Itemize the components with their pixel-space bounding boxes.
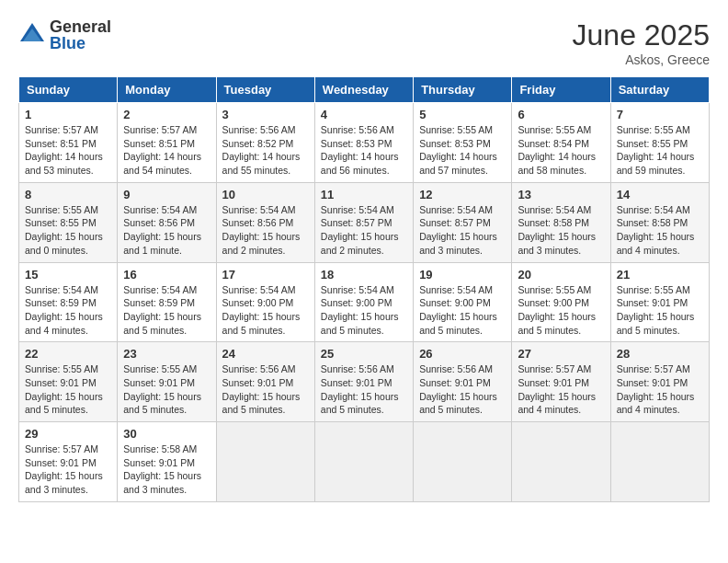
calendar-week-row: 29 Sunrise: 5:57 AM Sunset: 9:01 PM Dayl…: [19, 422, 710, 502]
sunset-label: Sunset: 9:01 PM: [25, 377, 97, 388]
sunrise-label: Sunrise: 5:54 AM: [518, 204, 591, 215]
day-number: 10: [222, 188, 309, 201]
day-number: 16: [123, 268, 210, 282]
calendar-day-cell: 21 Sunrise: 5:55 AM Sunset: 9:01 PM Dayl…: [610, 262, 709, 342]
sunrise-label: Sunrise: 5:57 AM: [617, 363, 690, 374]
day-info: Sunrise: 5:54 AM Sunset: 8:57 PM Dayligh…: [321, 203, 407, 258]
col-wednesday: Wednesday: [314, 77, 413, 103]
calendar-week-row: 22 Sunrise: 5:55 AM Sunset: 9:01 PM Dayl…: [19, 342, 710, 422]
day-number: 12: [419, 188, 506, 201]
sunset-label: Sunset: 9:00 PM: [518, 297, 589, 308]
sunrise-label: Sunrise: 5:54 AM: [419, 204, 493, 215]
sunrise-label: Sunrise: 5:57 AM: [25, 443, 98, 454]
calendar-day-cell: 12 Sunrise: 5:54 AM Sunset: 8:57 PM Dayl…: [414, 182, 512, 262]
day-number: 3: [222, 108, 309, 121]
day-number: 23: [123, 347, 210, 361]
calendar-day-cell: 29 Sunrise: 5:57 AM Sunset: 9:01 PM Dayl…: [19, 422, 118, 502]
calendar-day-cell: 16 Sunrise: 5:54 AM Sunset: 8:59 PM Dayl…: [118, 262, 216, 342]
daylight-label: Daylight: 15 hours and 4 minutes.: [25, 311, 103, 336]
day-number: 11: [321, 188, 407, 201]
daylight-label: Daylight: 15 hours and 5 minutes.: [518, 311, 596, 336]
calendar-day-cell: 10 Sunrise: 5:54 AM Sunset: 8:56 PM Dayl…: [216, 182, 314, 262]
sunset-label: Sunset: 9:00 PM: [321, 297, 392, 308]
day-info: Sunrise: 5:54 AM Sunset: 8:56 PM Dayligh…: [123, 203, 210, 258]
day-info: Sunrise: 5:54 AM Sunset: 9:00 PM Dayligh…: [419, 283, 506, 338]
calendar-day-cell: 23 Sunrise: 5:55 AM Sunset: 9:01 PM Dayl…: [118, 342, 216, 422]
day-number: 15: [25, 268, 111, 282]
day-number: 8: [25, 188, 111, 201]
day-number: 21: [617, 268, 703, 282]
daylight-label: Daylight: 15 hours and 3 minutes.: [123, 470, 201, 495]
day-number: 6: [518, 108, 604, 121]
daylight-label: Daylight: 15 hours and 5 minutes.: [419, 311, 497, 336]
sunset-label: Sunset: 8:59 PM: [25, 297, 97, 308]
calendar-day-cell: 20 Sunrise: 5:55 AM Sunset: 9:00 PM Dayl…: [512, 262, 610, 342]
day-number: 22: [25, 347, 111, 361]
empty-cell: [414, 422, 512, 502]
daylight-label: Daylight: 15 hours and 5 minutes.: [321, 311, 399, 336]
day-number: 18: [321, 268, 407, 282]
calendar-day-cell: 4 Sunrise: 5:56 AM Sunset: 8:53 PM Dayli…: [314, 103, 413, 183]
calendar-day-cell: 15 Sunrise: 5:54 AM Sunset: 8:59 PM Dayl…: [19, 262, 118, 342]
col-thursday: Thursday: [414, 77, 512, 103]
sunrise-label: Sunrise: 5:54 AM: [123, 204, 197, 215]
sunset-label: Sunset: 9:01 PM: [518, 377, 589, 388]
daylight-label: Daylight: 15 hours and 5 minutes.: [222, 391, 301, 416]
empty-cell: [216, 422, 314, 502]
sunrise-label: Sunrise: 5:55 AM: [518, 284, 591, 295]
daylight-label: Daylight: 14 hours and 56 minutes.: [321, 151, 399, 176]
day-info: Sunrise: 5:54 AM Sunset: 8:57 PM Dayligh…: [419, 203, 506, 258]
sunset-label: Sunset: 9:01 PM: [25, 457, 97, 468]
calendar-day-cell: 11 Sunrise: 5:54 AM Sunset: 8:57 PM Dayl…: [314, 182, 413, 262]
sunrise-label: Sunrise: 5:58 AM: [123, 443, 197, 454]
page-header: General Blue June 2025 Askos, Greece: [18, 18, 710, 67]
calendar-day-cell: 3 Sunrise: 5:56 AM Sunset: 8:52 PM Dayli…: [216, 103, 314, 183]
sunrise-label: Sunrise: 5:55 AM: [25, 363, 98, 374]
daylight-label: Daylight: 15 hours and 3 minutes.: [419, 231, 497, 256]
sunset-label: Sunset: 8:58 PM: [617, 217, 688, 228]
day-info: Sunrise: 5:56 AM Sunset: 9:01 PM Dayligh…: [222, 362, 309, 417]
col-saturday: Saturday: [610, 77, 709, 103]
sunrise-label: Sunrise: 5:55 AM: [518, 124, 591, 135]
daylight-label: Daylight: 14 hours and 55 minutes.: [222, 151, 301, 176]
sunset-label: Sunset: 8:51 PM: [25, 138, 97, 149]
sunset-label: Sunset: 9:00 PM: [419, 297, 491, 308]
day-info: Sunrise: 5:58 AM Sunset: 9:01 PM Dayligh…: [123, 442, 210, 497]
sunset-label: Sunset: 8:55 PM: [617, 138, 688, 149]
sunrise-label: Sunrise: 5:56 AM: [222, 363, 296, 374]
day-number: 19: [419, 268, 506, 282]
col-tuesday: Tuesday: [216, 77, 314, 103]
sunset-label: Sunset: 8:56 PM: [222, 217, 294, 228]
daylight-label: Daylight: 14 hours and 53 minutes.: [25, 151, 103, 176]
day-info: Sunrise: 5:56 AM Sunset: 8:53 PM Dayligh…: [321, 123, 407, 178]
calendar-day-cell: 28 Sunrise: 5:57 AM Sunset: 9:01 PM Dayl…: [610, 342, 709, 422]
col-friday: Friday: [512, 77, 610, 103]
sunrise-label: Sunrise: 5:54 AM: [222, 204, 296, 215]
sunrise-label: Sunrise: 5:56 AM: [321, 124, 394, 135]
sunset-label: Sunset: 9:01 PM: [123, 457, 195, 468]
day-info: Sunrise: 5:54 AM Sunset: 9:00 PM Dayligh…: [321, 283, 407, 338]
calendar-day-cell: 6 Sunrise: 5:55 AM Sunset: 8:54 PM Dayli…: [512, 103, 610, 183]
daylight-label: Daylight: 15 hours and 5 minutes.: [617, 311, 695, 336]
sunset-label: Sunset: 8:54 PM: [518, 138, 589, 149]
day-number: 17: [222, 268, 309, 282]
calendar-day-cell: 18 Sunrise: 5:54 AM Sunset: 9:00 PM Dayl…: [314, 262, 413, 342]
calendar-day-cell: 5 Sunrise: 5:55 AM Sunset: 8:53 PM Dayli…: [414, 103, 512, 183]
sunrise-label: Sunrise: 5:55 AM: [123, 363, 197, 374]
day-info: Sunrise: 5:57 AM Sunset: 9:01 PM Dayligh…: [617, 362, 703, 417]
title-block: June 2025 Askos, Greece: [573, 18, 710, 67]
calendar-week-row: 8 Sunrise: 5:55 AM Sunset: 8:55 PM Dayli…: [19, 182, 710, 262]
daylight-label: Daylight: 15 hours and 2 minutes.: [321, 231, 399, 256]
day-number: 20: [518, 268, 604, 282]
daylight-label: Daylight: 15 hours and 5 minutes.: [321, 391, 399, 416]
day-info: Sunrise: 5:54 AM Sunset: 8:58 PM Dayligh…: [617, 203, 703, 258]
calendar-day-cell: 17 Sunrise: 5:54 AM Sunset: 9:00 PM Dayl…: [216, 262, 314, 342]
calendar-day-cell: 30 Sunrise: 5:58 AM Sunset: 9:01 PM Dayl…: [118, 422, 216, 502]
daylight-label: Daylight: 15 hours and 3 minutes.: [518, 231, 596, 256]
day-info: Sunrise: 5:57 AM Sunset: 9:01 PM Dayligh…: [25, 442, 111, 497]
daylight-label: Daylight: 15 hours and 5 minutes.: [25, 391, 103, 416]
sunrise-label: Sunrise: 5:54 AM: [419, 284, 493, 295]
calendar-day-cell: 19 Sunrise: 5:54 AM Sunset: 9:00 PM Dayl…: [414, 262, 512, 342]
calendar-day-cell: 2 Sunrise: 5:57 AM Sunset: 8:51 PM Dayli…: [118, 103, 216, 183]
col-sunday: Sunday: [19, 77, 118, 103]
